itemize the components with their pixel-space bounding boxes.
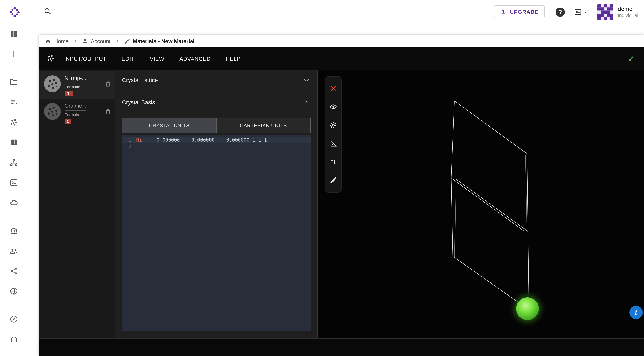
main-card: Home Account Materials - New Material IN… — [39, 35, 644, 356]
breadcrumb-home-label: Home — [54, 38, 68, 44]
line-number: 2 — [122, 143, 136, 150]
unit-cell-wireframe — [451, 101, 529, 310]
chevron-up-icon — [303, 99, 310, 106]
sidebar-divider — [6, 68, 22, 68]
tab-crystal-units[interactable]: CRYSTAL UNITS — [122, 118, 216, 133]
caret-down-icon — [582, 9, 588, 15]
close-icon — [330, 85, 337, 92]
sidebar-item-jobs[interactable] — [4, 92, 24, 112]
info-button[interactable]: i — [629, 306, 643, 319]
code-line-1[interactable]: 1Ni 0.000000 0.000000 0.000000 1 1 1 — [122, 137, 311, 143]
looks-one-icon — [10, 138, 18, 147]
material-name-field[interactable]: Graphe... — [64, 103, 86, 111]
menu-view[interactable]: VIEW — [150, 56, 164, 62]
close-viewer-button[interactable] — [325, 79, 342, 98]
avatar[interactable] — [598, 4, 614, 20]
sidebar-item-looks-one[interactable] — [4, 132, 24, 153]
pencil-icon — [124, 38, 130, 44]
material-item-graphene[interactable]: Graphe... Formula: C — [39, 99, 115, 127]
material-info: Ni (mp-... Formula: Ni — [64, 75, 86, 96]
identicon-icon — [598, 4, 614, 20]
help-button[interactable]: ? — [556, 7, 565, 16]
material-avatar-icon — [44, 75, 61, 92]
headset-icon — [10, 335, 18, 344]
sidebar-item-explore[interactable] — [4, 309, 24, 329]
up-down-arrows-icon — [330, 158, 337, 166]
atoms-icon — [10, 118, 18, 127]
console-strip — [39, 339, 644, 356]
topbar: UPGRADE ? demo Individual — [0, 0, 644, 24]
saved-check-icon: ✓ — [628, 54, 635, 64]
chevron-right-icon — [72, 38, 78, 44]
dashboard-icon — [10, 30, 18, 38]
sidebar-item-projects[interactable] — [4, 72, 24, 92]
delete-material-button[interactable] — [104, 108, 112, 117]
user-block[interactable]: demo Individual — [618, 5, 638, 19]
sidebar-item-workflows[interactable] — [4, 153, 24, 173]
upgrade-button[interactable]: UPGRADE — [494, 5, 545, 18]
folder-icon — [10, 78, 18, 86]
home-icon — [45, 38, 51, 44]
person-icon — [82, 38, 88, 44]
crystal-basis-title: Crystal Basis — [122, 99, 155, 105]
sidebar-divider — [6, 216, 22, 217]
sidebar-item-organization[interactable] — [4, 221, 24, 241]
menu-edit[interactable]: EDIT — [122, 56, 134, 62]
viewer-settings-button[interactable] — [325, 116, 342, 135]
crystal-scene[interactable] — [318, 70, 644, 339]
upload-icon — [500, 9, 507, 15]
breadcrumb-account-label: Account — [91, 38, 110, 44]
viewer-toolbar — [325, 76, 342, 193]
import-export-button[interactable] — [325, 153, 342, 171]
page-title: Materials - New Material — [133, 38, 194, 44]
delete-material-button[interactable] — [104, 80, 112, 89]
sidebar-item-team[interactable] — [4, 241, 24, 261]
sidebar-item-materials[interactable] — [4, 112, 24, 132]
app-logo[interactable] — [9, 6, 20, 17]
code-line-2[interactable]: 2 — [122, 143, 311, 150]
breadcrumb-home[interactable]: Home — [45, 38, 68, 44]
sidebar — [0, 24, 28, 356]
crystal-editor-panel: Crystal Lattice Crystal Basis CRYSTAL UN… — [115, 70, 318, 339]
menu-advanced[interactable]: ADVANCED — [180, 56, 211, 62]
edit-structure-button[interactable] — [325, 171, 342, 190]
material-info: Graphe... Formula: C — [64, 103, 86, 123]
media-dropdown[interactable] — [574, 8, 588, 16]
material-item-ni[interactable]: Ni (mp-... Formula: Ni — [39, 71, 115, 99]
editor-menubar: INPUT/OUTPUT EDIT VIEW ADVANCED HELP ✓ — [39, 47, 644, 70]
crystal-basis-header[interactable]: Crystal Basis — [115, 90, 318, 114]
material-atoms-icon — [46, 54, 55, 64]
sidebar-divider — [6, 305, 22, 305]
units-tabs: CRYSTAL UNITS CARTESIAN UNITS — [122, 118, 311, 133]
formula-label: Formula: — [64, 112, 86, 117]
search-button[interactable] — [44, 7, 52, 17]
basis-code-editor[interactable]: 1Ni 0.000000 0.000000 0.000000 1 1 1 2 — [122, 135, 311, 331]
material-name-field[interactable]: Ni (mp-... — [64, 75, 86, 83]
playlist-icon — [10, 98, 18, 106]
pencil-icon — [330, 177, 337, 184]
sidebar-item-share[interactable] — [4, 261, 24, 281]
sidebar-item-web[interactable] — [4, 281, 24, 301]
sidebar-item-add[interactable] — [4, 44, 24, 64]
sidebar-item-cloud[interactable] — [4, 193, 24, 213]
sidebar-item-gallery[interactable] — [4, 173, 24, 193]
cloud-icon — [10, 198, 18, 207]
people-icon — [10, 247, 18, 255]
nickel-atom[interactable] — [516, 297, 539, 320]
breadcrumb-account[interactable]: Account — [82, 38, 110, 44]
breadcrumb: Home Account Materials - New Material — [39, 35, 644, 47]
panels: Ni (mp-... Formula: Ni Graphe... Formula… — [39, 70, 644, 339]
menu-input-output[interactable]: INPUT/OUTPUT — [64, 56, 106, 62]
sidebar-item-support[interactable] — [4, 329, 24, 349]
upgrade-label: UPGRADE — [510, 9, 538, 15]
sitemap-icon — [10, 158, 18, 167]
measure-button[interactable] — [325, 135, 342, 153]
trash-icon — [104, 80, 112, 88]
visibility-button[interactable] — [325, 98, 342, 116]
breadcrumb-current: Materials - New Material — [124, 38, 194, 44]
tab-cartesian-units[interactable]: CARTESIAN UNITS — [216, 118, 310, 133]
crystal-lattice-header[interactable]: Crystal Lattice — [115, 70, 318, 90]
menu-help[interactable]: HELP — [226, 56, 241, 62]
sidebar-item-dashboard[interactable] — [4, 24, 24, 44]
viewer-3d[interactable]: i — [318, 70, 644, 339]
